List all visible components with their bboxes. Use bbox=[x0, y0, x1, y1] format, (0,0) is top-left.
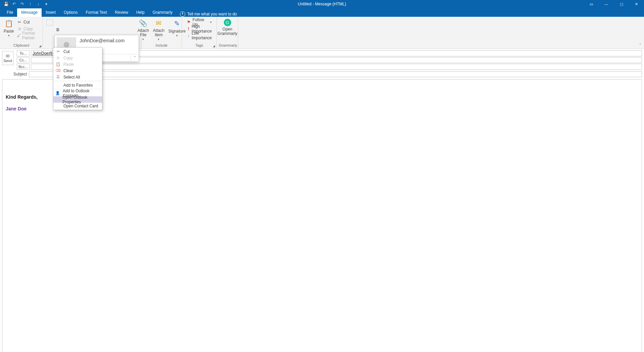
title-bar: 💾 ↶ ↷ ↑ ↓ ▾ Untitled - Message (HTML) ▭ … bbox=[0, 0, 644, 8]
paste-label: Paste bbox=[4, 29, 14, 34]
ctx-open-contact-card-label: Open Contact Card bbox=[63, 104, 98, 108]
ctx-cut-label: Cut bbox=[63, 49, 70, 54]
undo-icon[interactable]: ↶ bbox=[11, 1, 17, 7]
paste-dropdown-icon[interactable]: ▾ bbox=[8, 34, 10, 38]
ribbon-display-options-icon[interactable]: ▭ bbox=[584, 0, 599, 8]
redo-icon[interactable]: ↷ bbox=[19, 1, 25, 7]
send-button[interactable]: ✉ Send bbox=[2, 51, 13, 65]
group-tags: ⚑ Follow Up ▾ ! High Importance ↓ Low Im… bbox=[182, 17, 217, 49]
window-title: Untitled - Message (HTML) bbox=[298, 2, 346, 6]
ctx-open-properties[interactable]: Open Outlook Properties bbox=[53, 96, 102, 103]
ctx-clear-label: Clear bbox=[63, 68, 73, 73]
cut-button[interactable]: ✂ Cut bbox=[15, 19, 41, 26]
paste-button[interactable]: 📋 Paste ▾ bbox=[2, 18, 15, 42]
tab-help[interactable]: Help bbox=[132, 8, 149, 17]
context-menu: ✂ Cut ⧉ Copy 📋 Paste ⌫ Clear ☰ Select Al… bbox=[53, 47, 102, 110]
ctx-paste: 📋 Paste bbox=[53, 61, 102, 67]
clipboard-dialog-launcher-icon[interactable]: ◢ bbox=[38, 44, 42, 48]
to-button[interactable]: To... bbox=[17, 50, 30, 56]
qat-customize-icon[interactable]: ▾ bbox=[44, 1, 49, 7]
paste-icon: 📋 bbox=[55, 62, 61, 67]
open-grammarly-button[interactable]: G Open Grammarly bbox=[215, 18, 239, 42]
ctx-select-all[interactable]: ☰ Select All bbox=[53, 74, 102, 80]
tab-insert[interactable]: Insert bbox=[42, 8, 60, 17]
copy-icon: ⧉ bbox=[17, 26, 22, 32]
tab-format-text[interactable]: Format Text bbox=[82, 8, 111, 17]
tags-group-label: Tags bbox=[184, 43, 214, 48]
format-painter-button: 🖌 Format Painter bbox=[15, 32, 41, 39]
ctx-copy: ⧉ Copy bbox=[53, 55, 102, 61]
window-controls: ▭ — ▢ ✕ bbox=[584, 0, 644, 8]
paste-icon: 📋 bbox=[4, 19, 13, 28]
font-family-fragment[interactable] bbox=[46, 19, 53, 26]
bcc-button[interactable]: Bcc... bbox=[17, 64, 30, 70]
contact-card-expand-icon[interactable]: ˅ bbox=[131, 55, 137, 61]
close-button[interactable]: ✕ bbox=[629, 0, 644, 8]
minimize-button[interactable]: — bbox=[599, 0, 614, 8]
grammarly-icon: G bbox=[224, 19, 231, 26]
include-group-label: Include bbox=[144, 43, 180, 48]
bcc-field[interactable] bbox=[31, 64, 642, 70]
low-importance-button[interactable]: ↓ Low Importance bbox=[185, 32, 213, 39]
blank-icon bbox=[55, 103, 61, 109]
scissors-icon: ✂ bbox=[55, 49, 61, 54]
maximize-button[interactable]: ▢ bbox=[614, 0, 629, 8]
copy-label: Copy bbox=[23, 27, 33, 31]
ctx-copy-label: Copy bbox=[63, 56, 73, 60]
ribbon: 📋 Paste ▾ ✂ Cut ⧉ Copy 🖌 Format Painter bbox=[0, 17, 644, 49]
lightbulb-icon bbox=[180, 11, 185, 17]
svg-point-0 bbox=[64, 42, 69, 48]
contact-name: JohnDoe@email.com bbox=[80, 38, 137, 43]
scissors-icon: ✂ bbox=[17, 19, 22, 25]
tab-options[interactable]: Options bbox=[60, 8, 82, 17]
tell-me-search[interactable]: Tell me what you want to do bbox=[177, 11, 240, 17]
grammarly-group-label: Grammarly bbox=[219, 43, 236, 48]
select-all-icon: ☰ bbox=[55, 74, 61, 80]
tab-file[interactable]: File bbox=[3, 8, 17, 17]
quick-access-toolbar: 💾 ↶ ↷ ↑ ↓ ▾ bbox=[0, 1, 49, 7]
group-include: 📎 Attach File ▾ ✉ Attach Item ▾ ✎ Signat… bbox=[142, 17, 182, 49]
next-item-icon[interactable]: ↓ bbox=[36, 1, 41, 7]
tab-grammarly[interactable]: Grammarly bbox=[149, 8, 177, 17]
open-grammarly-label: Open Grammarly bbox=[217, 27, 237, 36]
attach-item-label: Attach Item bbox=[153, 29, 164, 37]
tell-me-placeholder: Tell me what you want to do bbox=[187, 12, 237, 16]
blank-icon bbox=[55, 97, 60, 102]
brush-icon: 🖌 bbox=[17, 33, 21, 38]
subject-field[interactable] bbox=[29, 71, 642, 77]
copy-icon: ⧉ bbox=[55, 55, 61, 61]
prev-item-icon[interactable]: ↑ bbox=[28, 1, 33, 7]
tags-dialog-launcher-icon[interactable]: ◢ bbox=[212, 44, 216, 48]
ctx-add-favorites-label: Add to Favorites bbox=[63, 83, 93, 88]
ctx-select-all-label: Select All bbox=[63, 75, 80, 80]
high-importance-icon: ! bbox=[187, 26, 190, 32]
save-icon[interactable]: 💾 bbox=[3, 1, 9, 7]
clipboard-group-label: Clipboard bbox=[2, 43, 41, 48]
bold-button[interactable]: B bbox=[54, 28, 61, 32]
send-icon: ✉ bbox=[6, 53, 10, 59]
message-body[interactable]: Kind Regards, Jane Doe bbox=[2, 79, 642, 352]
attach-file-label: Attach File bbox=[138, 29, 149, 37]
ctx-add-favorites[interactable]: Add to Favorites bbox=[53, 82, 102, 88]
tab-message[interactable]: Message bbox=[17, 8, 42, 17]
ctx-open-contact-card[interactable]: Open Contact Card bbox=[53, 103, 102, 109]
cc-button[interactable]: Cc... bbox=[17, 57, 30, 63]
flag-icon: ⚑ bbox=[187, 19, 191, 25]
ctx-open-properties-label: Open Outlook Properties bbox=[62, 95, 99, 104]
collapse-ribbon-icon[interactable]: ˄ bbox=[639, 43, 641, 47]
subject-label: Subject bbox=[2, 72, 29, 77]
eraser-icon: ⌫ bbox=[55, 68, 61, 73]
format-painter-label: Format Painter bbox=[22, 31, 39, 40]
attach-item-button[interactable]: ✉ Attach Item ▾ bbox=[151, 18, 166, 42]
group-clipboard: 📋 Paste ▾ ✂ Cut ⧉ Copy 🖌 Format Painter bbox=[0, 17, 43, 49]
add-contact-icon: 👤 bbox=[55, 91, 60, 96]
group-grammarly: G Open Grammarly Grammarly bbox=[217, 17, 238, 49]
ribbon-tabs: File Message Insert Options Format Text … bbox=[0, 8, 644, 17]
signature-icon: ✎ bbox=[172, 19, 182, 28]
ctx-clear[interactable]: ⌫ Clear bbox=[53, 67, 102, 74]
blank-icon bbox=[55, 83, 61, 88]
low-importance-label: Low Importance bbox=[192, 31, 212, 40]
send-label: Send bbox=[3, 59, 12, 63]
tab-review[interactable]: Review bbox=[111, 8, 132, 17]
ctx-cut[interactable]: ✂ Cut bbox=[53, 48, 102, 55]
